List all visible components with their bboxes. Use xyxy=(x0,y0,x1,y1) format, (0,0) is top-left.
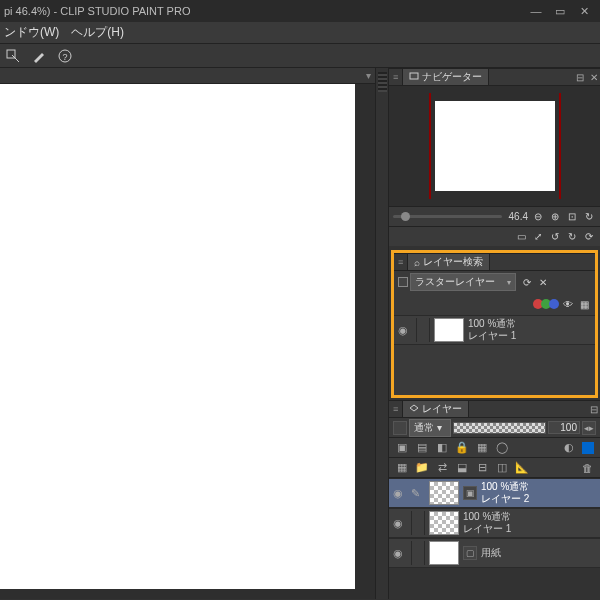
nav-btn-c[interactable]: ↺ xyxy=(548,230,562,244)
nav-btn-e[interactable]: ⟳ xyxy=(582,230,596,244)
navigator-tab[interactable]: ナビゲーター xyxy=(402,68,489,86)
opacity-stepper[interactable]: ◂▸ xyxy=(582,421,596,435)
layer-type-select[interactable]: ラスターレイヤー ▾ xyxy=(410,273,516,291)
layer-name: 用紙 xyxy=(481,547,501,559)
layer-tools-row-1: ▣ ▤ ◧ 🔒 ▦ ◯ ◐ xyxy=(389,438,600,458)
tool-icon-1[interactable] xyxy=(4,47,22,65)
zoom-slider[interactable] xyxy=(393,215,502,218)
svg-text:?: ? xyxy=(62,52,67,62)
layer-row-2[interactable]: ◉ ✎ ▣ 100 %通常 レイヤー 2 xyxy=(389,478,600,508)
help-icon[interactable]: ? xyxy=(56,47,74,65)
mask-add-icon[interactable]: ◫ xyxy=(495,461,509,474)
transfer-icon[interactable]: ⇄ xyxy=(435,461,449,474)
paper-badge-icon: ▢ xyxy=(463,546,477,560)
lock-icon[interactable]: 🔒 xyxy=(455,441,469,454)
delete-layer-icon[interactable]: 🗑 xyxy=(580,462,594,474)
navigator-footer-2: ▭ ⤢ ↺ ↻ ⟳ xyxy=(389,226,600,246)
layer-panel-title: レイヤー xyxy=(422,402,462,416)
ref-icon[interactable]: ▤ xyxy=(415,441,429,454)
close-icon[interactable]: ✕ xyxy=(572,5,596,18)
visibility-icon[interactable]: ◉ xyxy=(393,487,407,500)
maximize-icon[interactable]: ▭ xyxy=(548,5,572,18)
layer-opacity-text: 100 %通常 xyxy=(481,481,529,493)
layer-tab[interactable]: レイヤー xyxy=(402,400,469,418)
merge-icon[interactable]: ⬓ xyxy=(455,461,469,474)
canvas-area: ▾ xyxy=(0,68,375,599)
blend-mode-icon[interactable] xyxy=(393,421,407,435)
menu-window[interactable]: ンドウ(W) xyxy=(4,24,59,41)
canvas[interactable] xyxy=(0,84,355,589)
ruler-icon[interactable]: 📐 xyxy=(515,461,529,474)
clip-icon[interactable]: ▣ xyxy=(395,441,409,454)
pen-icon[interactable] xyxy=(30,47,48,65)
color-swatch[interactable] xyxy=(582,442,594,454)
zoom-out-icon[interactable]: ⊖ xyxy=(531,210,545,224)
menu-help[interactable]: ヘルプ(H) xyxy=(71,24,124,41)
new-layer-icon[interactable]: ▦ xyxy=(395,461,409,474)
layer-name: レイヤー 1 xyxy=(468,330,516,342)
panel-collapse-icon[interactable]: ⊟ xyxy=(576,72,584,83)
search-clear-icon[interactable]: ✕ xyxy=(536,275,550,289)
window-title: pi 46.4%) - CLIP STUDIO PAINT PRO xyxy=(4,5,524,17)
minimize-icon[interactable]: — xyxy=(524,5,548,17)
search-icon: ⌕ xyxy=(414,257,420,268)
navigator-footer: 46.4 ⊖ ⊕ ⊡ ↻ xyxy=(389,206,600,226)
layer-opacity-text: 100 %通常 xyxy=(468,318,516,330)
opacity-value[interactable]: 100 xyxy=(548,421,580,434)
lock-filter-icon[interactable]: ▦ xyxy=(577,297,591,311)
mask-icon[interactable]: ◧ xyxy=(435,441,449,454)
layer-badge-icon: ▣ xyxy=(463,486,477,500)
search-refresh-icon[interactable]: ⟳ xyxy=(520,275,534,289)
edit-pen-icon: ✎ xyxy=(411,487,425,500)
chevron-down-icon: ▾ xyxy=(507,278,511,287)
layer-slot xyxy=(416,318,430,342)
layer-name: レイヤー 2 xyxy=(481,493,529,505)
search-title: レイヤー検索 xyxy=(423,255,483,269)
layer-row-1[interactable]: ◉ 100 %通常 レイヤー 1 xyxy=(389,508,600,538)
tab-chevron-icon[interactable]: ▾ xyxy=(366,70,371,81)
layer-tools-row-2: ▦ 📁 ⇄ ⬓ ⊟ ◫ 📐 🗑 xyxy=(389,458,600,478)
search-empty-area xyxy=(394,345,595,395)
visibility-icon[interactable]: ◉ xyxy=(393,517,407,530)
layer-opacity-text: 100 %通常 xyxy=(463,511,511,523)
search-tab[interactable]: ⌕ レイヤー検索 xyxy=(407,253,490,271)
zoom-value: 46.4 xyxy=(509,211,528,222)
alpha-lock-icon[interactable]: ▦ xyxy=(475,441,489,454)
navigator-thumbnail[interactable] xyxy=(435,101,555,191)
layer-panel-body: 通常 ▾ 100 ◂▸ ▣ ▤ ◧ 🔒 ▦ ◯ ◐ ▦ 📁 ⇄ ⬓ xyxy=(389,418,600,599)
layer-row-paper[interactable]: ◉ ▢ 用紙 xyxy=(389,538,600,568)
toolbar: ? xyxy=(0,44,600,68)
opacity-slider[interactable] xyxy=(453,422,546,434)
navigator-icon xyxy=(409,72,419,82)
navigator-body[interactable] xyxy=(389,86,600,206)
navigator-header: ≡ ナビゲーター ⊟ ✕ xyxy=(389,68,600,86)
fx-icon[interactable]: ◐ xyxy=(562,441,576,454)
panel-menu-icon[interactable]: ≡ xyxy=(393,72,398,82)
search-header: ≡ ⌕ レイヤー検索 xyxy=(394,253,595,271)
zoom-in-icon[interactable]: ⊕ xyxy=(548,210,562,224)
svg-rect-3 xyxy=(410,73,418,79)
panel-menu-icon[interactable]: ≡ xyxy=(398,257,403,267)
nav-btn-a[interactable]: ▭ xyxy=(514,230,528,244)
layer-slot xyxy=(411,511,425,535)
new-folder-icon[interactable]: 📁 xyxy=(415,461,429,474)
rotate-icon[interactable]: ↻ xyxy=(582,210,596,224)
blend-mode-select[interactable]: 通常 ▾ xyxy=(409,419,451,437)
panel-close-icon[interactable]: ✕ xyxy=(590,72,598,83)
fit-icon[interactable]: ⊡ xyxy=(565,210,579,224)
layer-thumbnail xyxy=(429,511,459,535)
combine-icon[interactable]: ⊟ xyxy=(475,461,489,474)
visibility-icon[interactable]: ◉ xyxy=(398,324,412,337)
panel-splitter[interactable] xyxy=(375,68,389,599)
visibility-icon[interactable]: ◉ xyxy=(393,547,407,560)
layer-thumbnail xyxy=(434,318,464,342)
outline-icon[interactable]: ◯ xyxy=(495,441,509,454)
search-result-layer[interactable]: ◉ 100 %通常 レイヤー 1 xyxy=(394,315,595,345)
nav-btn-d[interactable]: ↻ xyxy=(565,230,579,244)
color-filter-icon[interactable] xyxy=(533,299,559,309)
eye-filter-icon[interactable]: 👁 xyxy=(561,297,575,311)
nav-btn-b[interactable]: ⤢ xyxy=(531,230,545,244)
filter-checkbox[interactable] xyxy=(398,277,408,287)
panel-menu-icon[interactable]: ≡ xyxy=(393,404,398,414)
panel-collapse-icon[interactable]: ⊟ xyxy=(590,404,598,415)
